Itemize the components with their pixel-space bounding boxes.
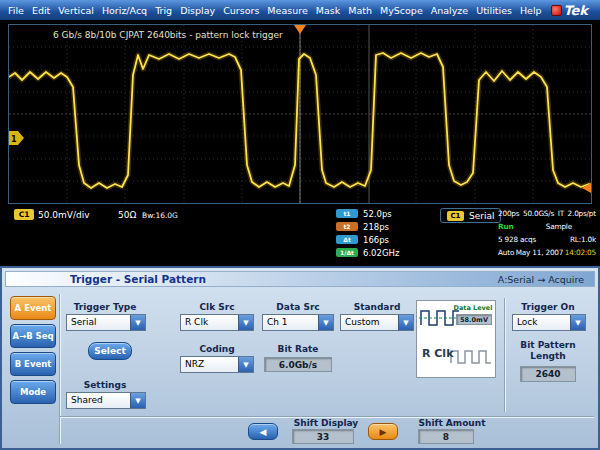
- panel-context: A:Serial → Acquire: [498, 274, 594, 285]
- waveform-annotation: 6 Gb/s 8b/10b CJPAT 2640bits - pattern l…: [53, 30, 283, 40]
- menu-myscope[interactable]: MyScope: [376, 5, 427, 16]
- trigger-type-value: Serial: [67, 315, 130, 330]
- menu-edit[interactable]: Edit: [28, 5, 54, 16]
- clk-src-label: Clk Src: [178, 302, 256, 313]
- cursor-delta-t-badge: Δt: [336, 235, 358, 244]
- tab-a-event[interactable]: A Event: [10, 296, 56, 320]
- trigger-type-dropdown[interactable]: Serial ▼: [66, 314, 146, 331]
- trigger-status-row: Auto May 11, 2007 14:02:05: [498, 248, 596, 261]
- menu-horiz-acq[interactable]: Horiz/Acq: [98, 5, 151, 16]
- tab-b-event[interactable]: B Event: [10, 352, 56, 376]
- clk-src-dropdown[interactable]: R Clk ▼: [180, 314, 254, 331]
- chevron-down-icon[interactable]: ▼: [238, 315, 253, 330]
- channel1-termination: 50Ω: [118, 210, 136, 220]
- acquisition-count: 5 928 acqs: [498, 235, 536, 248]
- menu-display[interactable]: Display: [176, 5, 219, 16]
- menu-file[interactable]: File: [4, 5, 28, 16]
- data-level-readout[interactable]: 58.0mV: [456, 314, 492, 325]
- cursor-readout-row: Δt 166ps: [336, 233, 399, 246]
- bit-rate-readout[interactable]: 6.0Gb/s: [264, 357, 332, 372]
- bit-pattern-length-label: Bit Pattern Length: [508, 340, 588, 362]
- data-src-label: Data Src: [260, 302, 336, 313]
- horizontal-readout[interactable]: 200ps 50.0GS/s IT 2.0ps/pt: [498, 209, 596, 222]
- serial-label: Serial: [469, 211, 494, 221]
- chevron-down-icon[interactable]: ▼: [318, 315, 333, 330]
- chevron-down-icon[interactable]: ▼: [238, 357, 253, 372]
- trigger-on-dropdown[interactable]: Lock ▼: [512, 314, 586, 331]
- trigger-mode: Auto: [498, 248, 514, 261]
- cursor-delta-t-value: 166ps: [363, 235, 389, 245]
- date: May 11, 2007: [516, 248, 564, 261]
- cursor-t1-badge: t1: [336, 209, 358, 218]
- menu-analyze[interactable]: Analyze: [427, 5, 472, 16]
- menu-math[interactable]: Math: [344, 5, 376, 16]
- standard-dropdown[interactable]: Custom ▼: [340, 314, 414, 331]
- time: 14:02:05: [565, 248, 596, 261]
- cursor-t2-badge: t2: [336, 222, 358, 231]
- cursor-freq-badge: 1/Δt: [336, 248, 358, 257]
- sampling-mode: IT: [558, 209, 564, 222]
- shift-left-button[interactable]: ◀: [248, 423, 278, 440]
- coding-dropdown[interactable]: NRZ ▼: [180, 356, 254, 373]
- data-src-dropdown[interactable]: Ch 1 ▼: [262, 314, 334, 331]
- cursor-readout-row: t1 52.0ps: [336, 207, 399, 220]
- menu-cursors[interactable]: Cursors: [219, 5, 263, 16]
- serial-pattern-preview: Data Level 58.0mV R Clk: [416, 300, 496, 378]
- serial-trigger-source-badge[interactable]: C1 Serial: [440, 208, 501, 223]
- bit-rate-label: Bit Rate: [260, 344, 336, 355]
- waveform-display: 1: [9, 25, 591, 203]
- trigger-position-marker[interactable]: [294, 25, 306, 34]
- channel1-scale[interactable]: 50.0mV/div: [38, 210, 90, 220]
- cursor-readout-row: 1/Δt 6.02GHz: [336, 246, 399, 259]
- status-bar: C1 50.0mV/div 50Ω Bw:16.0G t1 52.0ps t2 …: [0, 206, 600, 266]
- shift-right-button[interactable]: ▶: [368, 423, 398, 440]
- trigger-type-label: Trigger Type: [62, 302, 148, 313]
- tab-mode[interactable]: Mode: [10, 380, 56, 404]
- menu-utilities[interactable]: Utilities: [472, 5, 516, 16]
- tek-logo: Tek: [563, 3, 596, 18]
- chevron-down-icon[interactable]: ▼: [130, 315, 145, 330]
- oscilloscope-screen: File Edit Vertical Horiz/Acq Trig Displa…: [0, 0, 600, 450]
- record-indicator-icon[interactable]: [551, 5, 562, 16]
- menu-vertical[interactable]: Vertical: [54, 5, 98, 16]
- horizontal-scale: 200ps: [498, 209, 519, 222]
- settings-dropdown[interactable]: Shared ▼: [66, 392, 146, 409]
- rclk-label: R Clk: [422, 347, 453, 360]
- bit-pattern-length-readout[interactable]: 2640: [520, 366, 576, 382]
- tab-a-b-seq[interactable]: A→B Seq: [10, 324, 56, 348]
- cursor-t2-value: 218ps: [363, 222, 389, 232]
- chevron-down-icon[interactable]: ▼: [398, 315, 413, 330]
- menu-trig[interactable]: Trig: [151, 5, 176, 16]
- record-length: RL:1.0k: [570, 235, 596, 248]
- menu-measure[interactable]: Measure: [263, 5, 311, 16]
- preview-waveforms: [417, 301, 495, 377]
- panel-title-bar: Trigger - Serial Pattern A:Serial → Acqu…: [5, 271, 595, 287]
- menu-bar: File Edit Vertical Horiz/Acq Trig Displa…: [0, 0, 600, 20]
- settings-value: Shared: [67, 393, 130, 408]
- acquisition-mode: Sample: [546, 222, 572, 235]
- chevron-down-icon[interactable]: ▼: [130, 393, 145, 408]
- acquisition-state-row: Run Sample: [498, 222, 596, 235]
- cursor-readouts: t1 52.0ps t2 218ps Δt 166ps 1/Δt 6.02GHz: [336, 207, 399, 259]
- right-arrow-icon: ▶: [380, 427, 387, 437]
- resolution: 2.0ps/pt: [568, 209, 596, 222]
- chevron-down-icon[interactable]: ▼: [570, 315, 585, 330]
- panel-title: Trigger - Serial Pattern: [6, 273, 206, 285]
- shift-amount-label: Shift Amount: [412, 418, 492, 429]
- shift-display-label: Shift Display: [286, 418, 366, 429]
- acquisition-readouts: 200ps 50.0GS/s IT 2.0ps/pt Run Sample 5 …: [498, 209, 596, 261]
- data-src-value: Ch 1: [263, 315, 318, 330]
- menu-help[interactable]: Help: [516, 5, 546, 16]
- standard-label: Standard: [338, 302, 416, 313]
- waveform-graticule[interactable]: 1 6 Gb/s 8b/10b CJPAT 2640bits - pattern…: [8, 24, 592, 204]
- coding-value: NRZ: [181, 357, 238, 372]
- menu-mask[interactable]: Mask: [312, 5, 344, 16]
- channel1-badge[interactable]: C1: [14, 209, 34, 220]
- run-state: Run: [498, 222, 513, 235]
- sidebar-divider: [59, 294, 61, 444]
- shift-amount-readout[interactable]: 8: [418, 429, 474, 444]
- cursor-readout-row: t2 218ps: [336, 220, 399, 233]
- coding-label: Coding: [178, 344, 256, 355]
- shift-display-readout[interactable]: 33: [292, 429, 354, 444]
- select-button[interactable]: Select: [88, 342, 132, 360]
